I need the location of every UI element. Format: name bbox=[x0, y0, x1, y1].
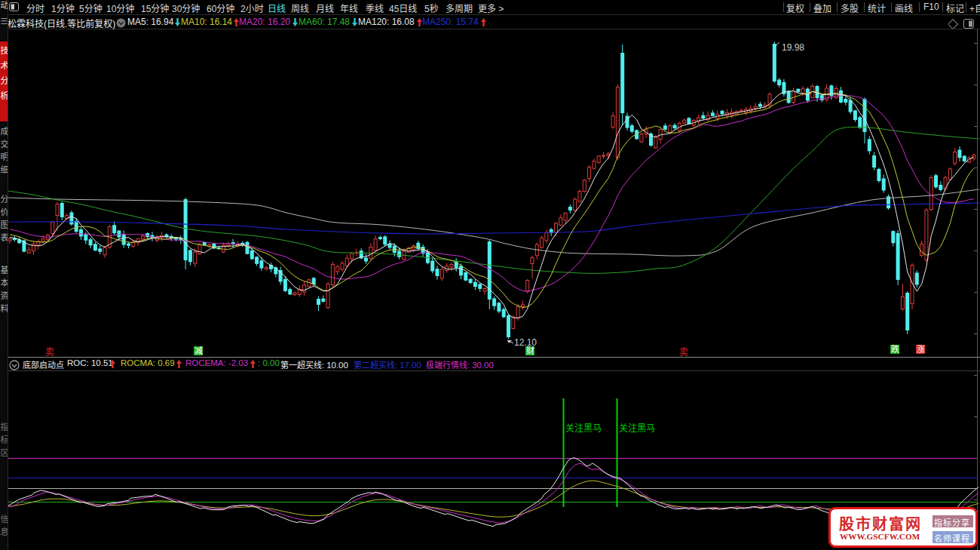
svg-text:关注黑马: 关注黑马 bbox=[565, 422, 602, 434]
svg-text:涨: 涨 bbox=[917, 345, 925, 354]
svg-text:19.98: 19.98 bbox=[782, 42, 804, 53]
svg-text:减: 减 bbox=[194, 346, 203, 355]
svg-text:跌: 跌 bbox=[891, 344, 899, 354]
svg-text:关注黑马: 关注黑马 bbox=[619, 422, 655, 434]
svg-text:财: 财 bbox=[526, 346, 534, 355]
svg-text:卖: 卖 bbox=[679, 347, 688, 358]
svg-text:卖: 卖 bbox=[45, 347, 54, 358]
